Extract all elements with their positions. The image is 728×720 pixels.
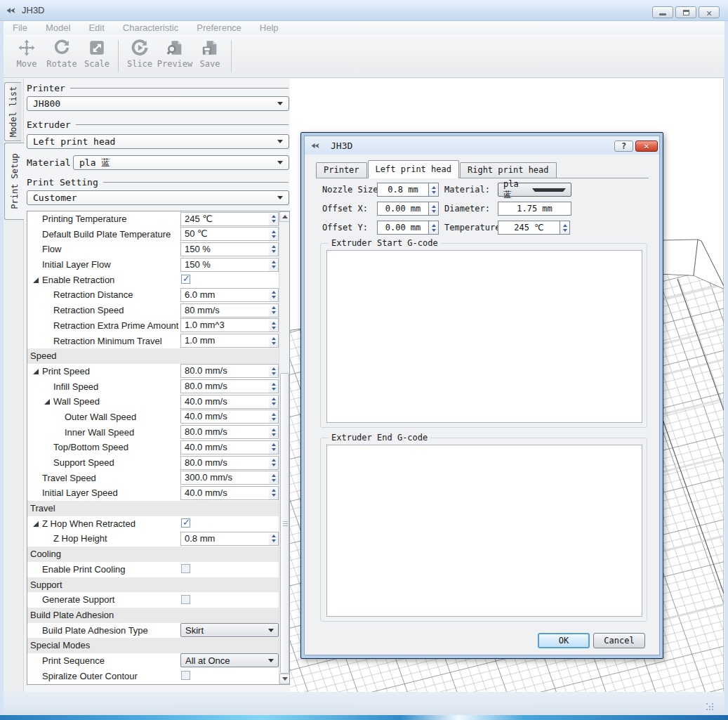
scale-button[interactable]: Scale	[79, 39, 114, 74]
maximize-button[interactable]	[675, 6, 696, 18]
toolbar: MoveRotateScaleSlicePreviewSave	[4, 34, 724, 78]
expander-icon[interactable]	[44, 399, 50, 405]
setting-value-input[interactable]: 0.8 mm	[180, 532, 270, 546]
nozzle-size-spinner[interactable]	[429, 183, 439, 197]
save-button[interactable]: Save	[192, 39, 227, 74]
setting-value-input[interactable]: 1.0 mm	[180, 334, 270, 348]
spinner[interactable]	[269, 486, 279, 500]
printer-select[interactable]: JH800	[27, 96, 289, 111]
minimize-button[interactable]	[652, 6, 673, 18]
menu-item-help[interactable]: Help	[251, 22, 288, 33]
offset-y-input[interactable]: 0.00 mm	[377, 221, 429, 235]
spinner[interactable]	[269, 456, 279, 470]
diameter-input[interactable]: 1.75 mm	[498, 202, 571, 216]
setting-value-input[interactable]: 40.0 mm/s	[180, 410, 270, 424]
maximize-icon	[683, 10, 689, 15]
expander-icon[interactable]	[33, 521, 39, 527]
spinner[interactable]	[269, 410, 279, 424]
expander-icon[interactable]	[33, 277, 39, 283]
spinner[interactable]	[269, 395, 279, 409]
setting-label: Build Plate Adhesion Type	[27, 623, 148, 639]
checkbox[interactable]	[181, 671, 190, 680]
setting-value-input[interactable]: 40.0 mm/s	[180, 440, 270, 454]
offset-x-spinner[interactable]	[429, 202, 439, 216]
rotate-button[interactable]: Rotate	[44, 39, 79, 74]
setting-value-input[interactable]: 1.0 mm^3	[180, 318, 270, 332]
spinner[interactable]	[269, 425, 279, 439]
setting-value-input[interactable]: 50 ℃	[180, 227, 270, 241]
setting-value-input[interactable]: 40.0 mm/s	[180, 486, 270, 500]
setting-value-input[interactable]: 80.0 mm/s	[180, 364, 270, 378]
preview-button[interactable]: Preview	[157, 39, 192, 74]
scroll-down-icon[interactable]	[279, 674, 290, 684]
dialog-tab-printer[interactable]: Printer	[316, 162, 367, 178]
checkbox[interactable]	[181, 564, 190, 573]
temperature-input[interactable]: 245 ℃	[498, 221, 560, 235]
setting-value-input[interactable]: 80 mm/s	[180, 303, 270, 318]
close-button[interactable]	[699, 6, 720, 18]
checkbox[interactable]	[181, 595, 190, 604]
settings-row: Retraction Speed80 mm/s	[27, 303, 279, 318]
spinner[interactable]	[269, 242, 279, 256]
spinner[interactable]	[269, 532, 279, 546]
offset-y-spinner[interactable]	[429, 221, 439, 235]
dialog-material-select[interactable]: pla 蓝	[498, 183, 571, 197]
spinner[interactable]	[269, 258, 279, 272]
menu-item-preference[interactable]: Preference	[187, 22, 251, 33]
cancel-button[interactable]: Cancel	[593, 633, 645, 648]
window-titlebar[interactable]: JH3D	[0, 0, 728, 21]
dialog-tabs: PrinterLeft print headRight print head	[316, 159, 649, 178]
spinner[interactable]	[269, 471, 279, 485]
setting-value-input[interactable]: 80.0 mm/s	[180, 425, 270, 439]
dialog-tab-left-print-head[interactable]: Left print head	[368, 160, 459, 178]
nozzle-size-input[interactable]: 0.8 mm	[377, 183, 429, 197]
checkbox[interactable]	[181, 275, 190, 284]
menu-item-characteristic[interactable]: Characteristic	[114, 22, 187, 33]
offset-x-input[interactable]: 0.00 mm	[377, 202, 429, 216]
spinner[interactable]	[269, 318, 279, 332]
spinner[interactable]	[269, 212, 279, 226]
temperature-spinner[interactable]	[560, 221, 570, 235]
setting-value-input[interactable]: 300.0 mm/s	[180, 471, 270, 485]
setting-value-input[interactable]: 80.0 mm/s	[180, 456, 270, 470]
menu-item-edit[interactable]: Edit	[79, 22, 113, 33]
spinner[interactable]	[269, 379, 279, 393]
expander-icon[interactable]	[33, 369, 39, 374]
rotate-icon	[53, 39, 71, 57]
extruder-select[interactable]: Left print head	[27, 134, 289, 149]
extruder-end-gcode-input[interactable]	[326, 445, 642, 617]
extruder-start-gcode-input[interactable]	[326, 250, 642, 423]
setting-select[interactable]: Skirt	[180, 623, 279, 637]
spinner[interactable]	[269, 440, 279, 454]
spinner[interactable]	[269, 303, 279, 318]
setting-value-input[interactable]: 6.0 mm	[180, 288, 270, 302]
spinner[interactable]	[269, 288, 279, 302]
scrollbar-thumb[interactable]	[280, 373, 289, 674]
scroll-up-icon[interactable]	[279, 211, 290, 222]
dialog-titlebar[interactable]: JH3D	[305, 136, 659, 155]
dialog-tab-right-print-head[interactable]: Right print head	[460, 162, 557, 178]
spinner[interactable]	[269, 227, 279, 241]
dialog-help-button[interactable]: ?	[614, 140, 633, 152]
move-button[interactable]: Move	[9, 39, 44, 74]
print-setting-select[interactable]: Customer	[27, 190, 289, 205]
ok-button[interactable]: OK	[538, 633, 590, 648]
setting-value-input[interactable]: 150 %	[180, 258, 270, 272]
checkbox[interactable]	[181, 518, 190, 528]
dialog-close-button[interactable]	[635, 140, 658, 152]
menu-item-file[interactable]: File	[4, 22, 37, 33]
tab-print-setup[interactable]: Print Setup	[4, 143, 24, 220]
setting-select[interactable]: All at Once	[180, 653, 279, 667]
menu-item-model[interactable]: Model	[37, 22, 79, 33]
tab-model-list[interactable]: Model list	[4, 82, 21, 141]
spinner[interactable]	[269, 364, 279, 378]
material-select[interactable]: pla 蓝	[73, 155, 289, 170]
setting-value-input[interactable]: 150 %	[180, 242, 270, 256]
slice-button[interactable]: Slice	[122, 39, 157, 74]
settings-scrollbar[interactable]	[279, 211, 289, 684]
resize-grip-icon[interactable]	[706, 703, 715, 712]
setting-value-input[interactable]: 245 ℃	[180, 212, 270, 226]
setting-value-input[interactable]: 80.0 mm/s	[180, 379, 270, 393]
spinner[interactable]	[269, 334, 279, 348]
setting-value-input[interactable]: 40.0 mm/s	[180, 395, 270, 409]
